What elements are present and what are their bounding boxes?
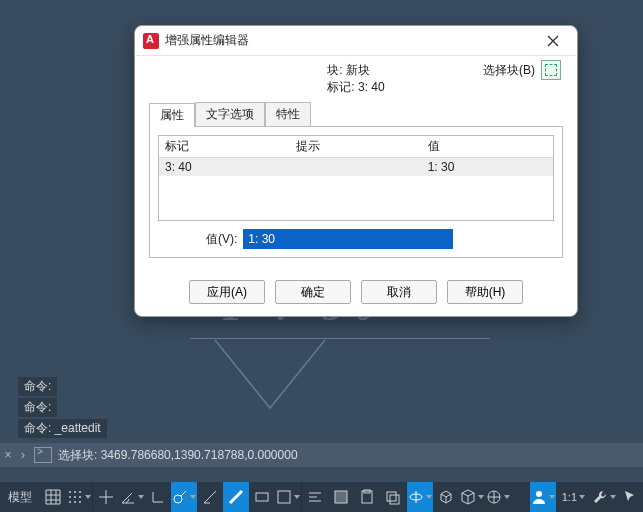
- svg-rect-12: [335, 491, 347, 503]
- value-label: 值(V):: [206, 231, 237, 248]
- cell-value: 1: 30: [422, 158, 553, 176]
- person-icon[interactable]: [530, 482, 556, 512]
- circle-tan-icon[interactable]: [171, 482, 197, 512]
- chevron-down-icon: [549, 495, 555, 499]
- cancel-button[interactable]: 取消: [361, 280, 437, 304]
- svg-rect-16: [387, 492, 396, 501]
- wrench-icon[interactable]: [591, 482, 617, 512]
- wireframe-icon[interactable]: [459, 482, 485, 512]
- chevron-down-icon: [610, 495, 616, 499]
- chevron-down-icon: [294, 495, 300, 499]
- command-bar[interactable]: × › 选择块: 3469.786680,1390.718788,0.00000…: [0, 443, 643, 467]
- table-row[interactable]: 3: 40 1: 30: [159, 158, 553, 176]
- close-button[interactable]: [537, 29, 569, 53]
- col-prompt[interactable]: 提示: [290, 136, 421, 157]
- tag-label: 标记:: [327, 80, 354, 94]
- cursor-icon[interactable]: [617, 482, 643, 512]
- command-prompt: 选择块:: [58, 448, 97, 462]
- apply-button[interactable]: 应用(A): [189, 280, 265, 304]
- attribute-table[interactable]: 标记 提示 值 3: 40 1: 30: [158, 135, 554, 221]
- history-line: 命令:: [18, 398, 57, 417]
- help-button[interactable]: 帮助(H): [447, 280, 523, 304]
- chevron-down-icon: [579, 495, 585, 499]
- command-coords: 3469.786680,1390.718788,0.000000: [101, 448, 298, 462]
- rotate3d-icon[interactable]: [407, 482, 433, 512]
- chevron-down-icon: [504, 495, 510, 499]
- layers-icon[interactable]: [380, 482, 406, 512]
- ortho-icon[interactable]: [145, 482, 171, 512]
- svg-point-0: [69, 491, 71, 493]
- svg-rect-10: [256, 493, 268, 501]
- plane-icon[interactable]: [249, 482, 275, 512]
- svg-point-3: [69, 496, 71, 498]
- dots-icon[interactable]: [66, 482, 92, 512]
- col-tag[interactable]: 标记: [159, 136, 290, 157]
- canvas-triangle: [210, 338, 330, 418]
- chevron-down-icon: [190, 495, 196, 499]
- tab-properties[interactable]: 特性: [265, 102, 311, 126]
- cell-tag: 3: 40: [159, 158, 290, 176]
- chevron-down-icon: [138, 495, 144, 499]
- model-tab[interactable]: 模型: [0, 482, 40, 512]
- tab-strip: 属性 文字选项 特性: [149, 102, 563, 126]
- block-value: 新块: [346, 63, 370, 77]
- tab-pane-attributes: 标记 提示 值 3: 40 1: 30 值(V):: [149, 126, 563, 258]
- box3d-icon[interactable]: [433, 482, 459, 512]
- rect-icon[interactable]: [275, 482, 301, 512]
- value-input[interactable]: [243, 229, 453, 249]
- enhanced-attribute-editor-dialog: 增强属性编辑器 块: 新块 标记: 3: 40 选择块(B) 属性 文字: [134, 25, 578, 317]
- svg-point-20: [536, 491, 542, 497]
- svg-rect-17: [390, 495, 399, 504]
- command-chevron-icon[interactable]: ›: [16, 448, 30, 462]
- align-icon[interactable]: [302, 482, 328, 512]
- svg-point-5: [79, 496, 81, 498]
- chevron-down-icon: [85, 495, 91, 499]
- svg-point-8: [79, 501, 81, 503]
- tag-value: 3: 40: [358, 80, 385, 94]
- svg-point-9: [174, 495, 182, 503]
- svg-point-6: [69, 501, 71, 503]
- select-block-button[interactable]: [541, 60, 561, 80]
- history-line: 命令:: [18, 377, 57, 396]
- dialog-footer: 应用(A) 确定 取消 帮助(H): [135, 272, 577, 316]
- spacer: [0, 467, 643, 482]
- svg-rect-11: [278, 491, 290, 503]
- command-close-icon[interactable]: ×: [0, 448, 16, 462]
- angle-icon[interactable]: [119, 482, 145, 512]
- tab-attributes[interactable]: 属性: [149, 103, 195, 127]
- tab-text-options[interactable]: 文字选项: [195, 102, 265, 126]
- svg-point-1: [74, 491, 76, 493]
- thickness-icon[interactable]: [223, 482, 249, 512]
- chevron-down-icon: [478, 495, 484, 499]
- svg-point-4: [74, 496, 76, 498]
- snap-icon[interactable]: [93, 482, 119, 512]
- command-text[interactable]: 选择块: 3469.786680,1390.718788,0.000000: [58, 447, 643, 464]
- select-block-label: 选择块(B): [483, 62, 535, 79]
- status-bar: 模型 1:1: [0, 482, 643, 512]
- app-icon: [143, 33, 159, 49]
- table-header: 标记 提示 值: [159, 136, 553, 158]
- clipboard-icon[interactable]: [354, 482, 380, 512]
- chevron-down-icon: [426, 495, 432, 499]
- terminal-icon: [34, 447, 52, 463]
- grid-icon[interactable]: [40, 482, 66, 512]
- corner-icon[interactable]: [197, 482, 223, 512]
- dialog-titlebar[interactable]: 增强属性编辑器: [135, 26, 577, 56]
- svg-point-7: [74, 501, 76, 503]
- cell-prompt: [290, 158, 421, 176]
- col-value[interactable]: 值: [422, 136, 553, 157]
- block-label: 块:: [327, 63, 342, 77]
- ok-button[interactable]: 确定: [275, 280, 351, 304]
- scale-ratio[interactable]: 1:1: [556, 482, 591, 512]
- hatch-icon[interactable]: [328, 482, 354, 512]
- history-line: 命令: _eattedit: [18, 419, 107, 438]
- scale-ratio-text: 1:1: [562, 491, 577, 503]
- compass-icon[interactable]: [485, 482, 511, 512]
- close-icon: [547, 35, 559, 47]
- command-history: 命令: 命令: 命令: _eattedit: [18, 375, 107, 438]
- dialog-title: 增强属性编辑器: [165, 32, 249, 49]
- svg-point-2: [79, 491, 81, 493]
